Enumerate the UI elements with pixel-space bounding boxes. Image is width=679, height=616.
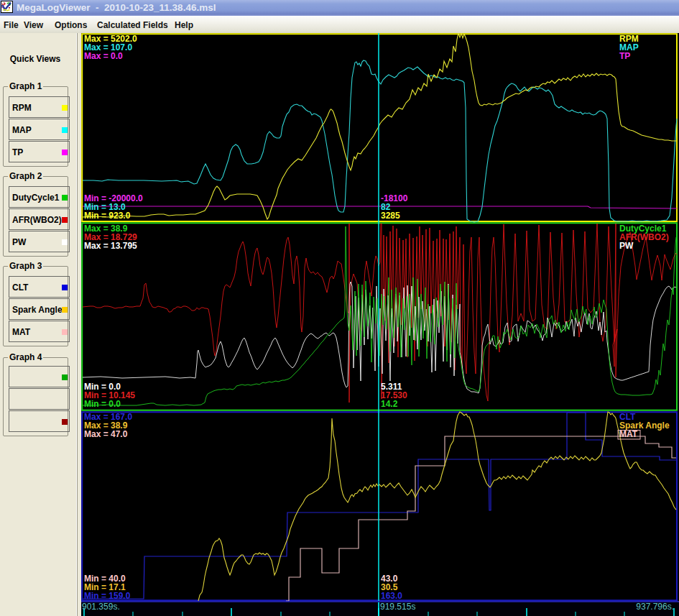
- svg-text:Min = 923.0: Min = 923.0: [84, 211, 131, 221]
- svg-text:Max = 13.795: Max = 13.795: [84, 241, 137, 251]
- svg-text:Max = 47.0: Max = 47.0: [84, 429, 128, 439]
- svg-text:919.515s: 919.515s: [380, 602, 415, 612]
- svg-text:14.2: 14.2: [381, 399, 398, 409]
- svg-text:TP: TP: [619, 51, 630, 61]
- svg-text:Min = 159.0: Min = 159.0: [84, 591, 131, 601]
- svg-text:PW: PW: [619, 241, 634, 251]
- svg-text:Min = 0.0: Min = 0.0: [84, 399, 121, 409]
- svg-text:3285: 3285: [381, 211, 400, 221]
- svg-text:Max = 0.0: Max = 0.0: [84, 51, 123, 61]
- svg-text:901.359s.: 901.359s.: [82, 602, 120, 612]
- svg-text:163.0: 163.0: [381, 591, 402, 601]
- svg-text:937.796s.: 937.796s.: [636, 602, 674, 612]
- svg-text:MAT: MAT: [619, 429, 638, 439]
